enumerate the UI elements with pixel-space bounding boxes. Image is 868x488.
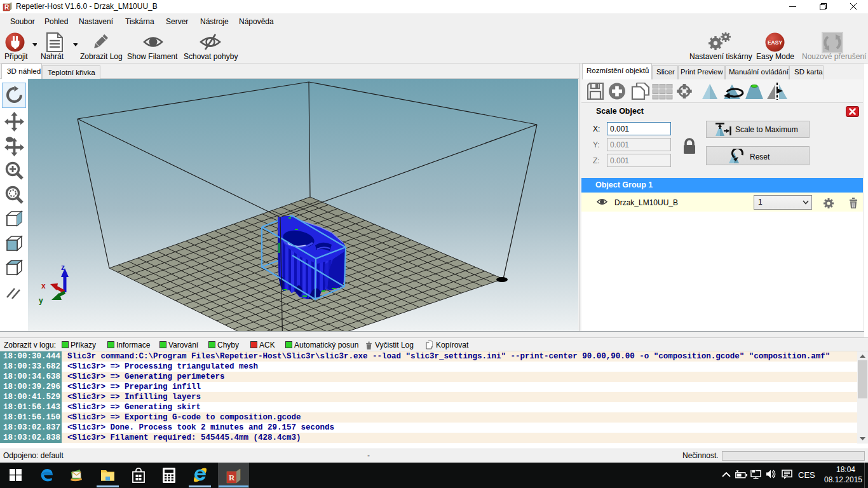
svg-text:R: R (229, 473, 235, 482)
svg-text:y: y (39, 296, 43, 305)
svg-text:EASY: EASY (768, 39, 782, 46)
svg-text:R: R (4, 4, 10, 11)
svg-text:z: z (61, 263, 65, 272)
svg-text:x: x (41, 281, 46, 290)
